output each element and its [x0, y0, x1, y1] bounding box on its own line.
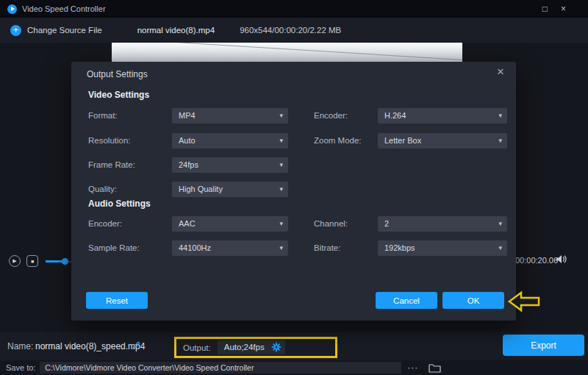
source-file-info: 960x544/00:00:20/2.22 MB — [240, 26, 341, 35]
bitrate-value: 192kbps — [384, 243, 415, 252]
volume-icon[interactable] — [556, 254, 567, 264]
encoder-value: H.264 — [384, 111, 406, 120]
ok-button[interactable]: OK — [442, 292, 504, 309]
bitrate-dropdown[interactable]: 192kbps ▾ — [378, 240, 507, 256]
quality-dropdown[interactable]: High Quality ▾ — [172, 182, 288, 197]
frame-rate-value: 24fps — [179, 160, 198, 169]
video-frame-detail — [112, 43, 462, 62]
export-button[interactable]: Export — [503, 335, 584, 356]
seek-slider-progress — [46, 260, 63, 262]
output-profile-field[interactable]: Auto;24fps — [218, 340, 285, 354]
audio-encoder-value: AAC — [179, 219, 196, 228]
chevron-down-icon: ▾ — [279, 182, 283, 197]
sample-rate-value: 44100Hz — [179, 243, 211, 252]
save-to-bar: Save to: C:\Vidmore\Vidmore Video Conver… — [0, 360, 588, 375]
change-source-file-button[interactable]: + Change Source File — [10, 25, 102, 36]
dialog-title: Output Settings — [87, 69, 148, 79]
zoom-mode-dropdown[interactable]: Letter Box ▾ — [378, 133, 507, 149]
encoder-label: Encoder: — [314, 111, 348, 120]
zoom-mode-label: Zoom Mode: — [314, 136, 362, 145]
window-title: Video Speed Controller — [22, 4, 106, 13]
stop-button[interactable]: ■ — [26, 255, 38, 267]
annotation-arrow — [507, 290, 541, 313]
channel-value: 2 — [384, 219, 389, 228]
audio-settings-heading: Audio Settings — [88, 199, 151, 209]
output-bar: Name: normal video(8)_speed.mp4 Output: … — [0, 332, 588, 360]
output-label: Output: — [183, 343, 211, 352]
chevron-down-icon: ▾ — [498, 216, 502, 232]
format-dropdown[interactable]: MP4 ▾ — [172, 108, 288, 124]
output-profile-value: Auto;24fps — [224, 343, 265, 351]
chevron-down-icon: ▾ — [498, 133, 502, 149]
format-label: Format: — [88, 111, 118, 120]
maximize-button[interactable]: □ — [542, 0, 548, 18]
quality-value: High Quality — [179, 185, 223, 193]
chevron-down-icon: ▾ — [279, 108, 283, 124]
source-file-name: normal video(8).mp4 — [137, 26, 215, 35]
audio-encoder-label: Encoder: — [88, 219, 122, 228]
output-file-name: normal video(8)_speed.mp4 — [35, 341, 145, 351]
quality-label: Quality: — [88, 185, 117, 193]
browse-button[interactable]: ··· — [407, 362, 418, 373]
video-settings-heading: Video Settings — [88, 90, 149, 100]
change-source-label: Change Source File — [27, 26, 102, 35]
chevron-down-icon: ▾ — [498, 108, 502, 124]
resolution-dropdown[interactable]: Auto ▾ — [172, 133, 288, 149]
annotation-highlight-box: Output: Auto;24fps — [174, 337, 337, 358]
dialog-close-icon[interactable]: × — [497, 65, 504, 79]
seek-slider-thumb[interactable] — [62, 258, 68, 265]
audio-encoder-dropdown[interactable]: AAC ▾ — [172, 216, 288, 232]
plus-icon: + — [10, 25, 21, 36]
resolution-label: Resolution: — [88, 136, 131, 145]
frame-rate-label: Frame Rate: — [88, 160, 135, 169]
window-controls: □ × — [542, 0, 581, 18]
frame-rate-dropdown[interactable]: 24fps ▾ — [172, 157, 288, 173]
gear-icon[interactable] — [271, 342, 282, 352]
chevron-down-icon: ▾ — [279, 216, 283, 232]
play-button[interactable]: ▶ — [9, 255, 21, 267]
sample-rate-dropdown[interactable]: 44100Hz ▾ — [172, 240, 288, 256]
chevron-down-icon: ▾ — [498, 240, 502, 256]
toolbar: + Change Source File normal video(8).mp4… — [0, 18, 588, 43]
playback-time: 00:00:20.06 — [515, 256, 558, 265]
close-button[interactable]: × — [561, 0, 566, 18]
bitrate-label: Bitrate: — [314, 243, 340, 252]
titlebar: Video Speed Controller □ × — [0, 0, 588, 18]
app-logo-icon — [7, 4, 17, 14]
zoom-mode-value: Letter Box — [384, 136, 421, 145]
save-to-label: Save to: — [6, 363, 35, 372]
reset-button[interactable]: Reset — [86, 292, 148, 309]
channel-dropdown[interactable]: 2 ▾ — [378, 216, 507, 232]
video-preview — [112, 43, 462, 63]
channel-label: Channel: — [314, 219, 348, 228]
chevron-down-icon: ▾ — [279, 157, 283, 173]
chevron-down-icon: ▾ — [279, 133, 283, 149]
output-settings-dialog: Output Settings × Video Settings Format:… — [71, 62, 516, 321]
edit-name-icon[interactable] — [132, 340, 141, 350]
format-value: MP4 — [179, 111, 196, 120]
chevron-down-icon: ▾ — [279, 240, 283, 256]
sample-rate-label: Sample Rate: — [88, 243, 140, 252]
encoder-dropdown[interactable]: H.264 ▾ — [378, 108, 507, 124]
name-label: Name: — [7, 341, 33, 351]
open-folder-icon[interactable] — [429, 363, 441, 373]
save-path-field[interactable]: C:\Vidmore\Vidmore Video Converter\Video… — [40, 362, 401, 374]
resolution-value: Auto — [179, 136, 196, 145]
cancel-button[interactable]: Cancel — [376, 292, 437, 309]
